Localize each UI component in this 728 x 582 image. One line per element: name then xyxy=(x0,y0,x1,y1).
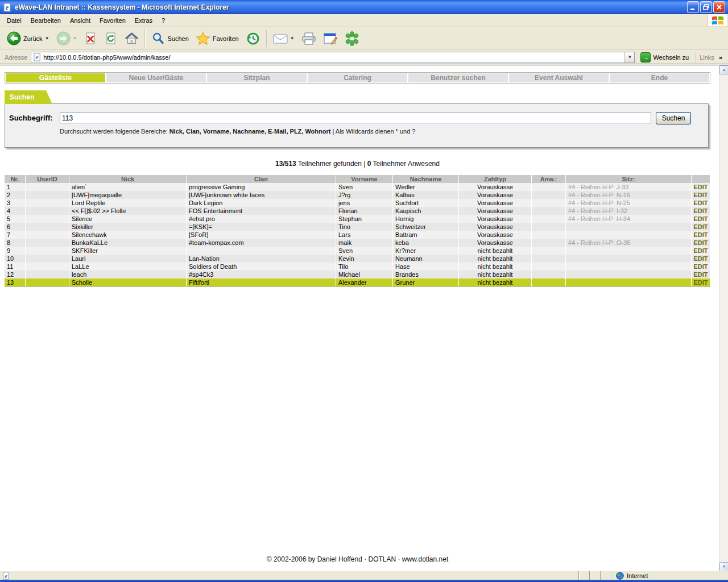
results-summary: 13/513 Teilnehmer gefunden | 0 Teilnehme… xyxy=(5,160,710,168)
cell-sitz xyxy=(566,231,692,239)
edit-link[interactable]: EDIT xyxy=(692,255,710,263)
edit-link[interactable]: EDIT xyxy=(692,183,710,191)
main-nav: GästelisteNeue User/GästeSitzplanCaterin… xyxy=(5,72,710,84)
nav-tab[interactable]: Catering xyxy=(308,73,407,82)
history-button[interactable] xyxy=(242,30,264,48)
scroll-down-icon[interactable]: ▼ xyxy=(719,562,728,571)
mail-dropdown-icon[interactable]: ▼ xyxy=(290,36,295,41)
cell-nachname: Neumann xyxy=(393,255,459,263)
edit-link[interactable]: EDIT xyxy=(692,239,710,247)
cell-zahltyp: nicht bezahlt xyxy=(459,255,532,263)
back-dropdown-icon[interactable]: ▼ xyxy=(45,36,49,41)
favorites-button[interactable]: Favoriten xyxy=(192,30,242,48)
menu-item-extras[interactable]: Extras xyxy=(130,15,157,26)
vertical-scrollbar[interactable]: ▲ ▼ xyxy=(719,65,728,571)
home-button[interactable] xyxy=(121,30,142,48)
stop-button[interactable] xyxy=(80,30,101,48)
cell-clan: FOS Entertainment xyxy=(187,207,336,215)
status-pane xyxy=(579,571,590,580)
nav-tab[interactable]: Neue User/Gäste xyxy=(106,73,206,82)
edit-link[interactable]: EDIT xyxy=(692,271,710,278)
close-button[interactable] xyxy=(713,1,725,13)
windows-logo-icon xyxy=(708,14,727,26)
cell-anw xyxy=(532,247,566,255)
edit-link[interactable]: EDIT xyxy=(692,207,710,215)
cell-nachname: Suchfort xyxy=(393,199,459,207)
minimize-button[interactable] xyxy=(687,1,699,13)
cell-clan: Soldiers of Death xyxy=(187,263,336,271)
table-row: 10LauriLan-NationKevinNeumannnicht bezah… xyxy=(5,255,710,263)
edit-link[interactable]: EDIT xyxy=(692,223,710,231)
status-bar: e Internet xyxy=(0,571,728,582)
status-pane xyxy=(590,571,601,580)
edit-link[interactable]: EDIT xyxy=(692,263,710,271)
edit-link[interactable]: EDIT xyxy=(692,199,710,207)
forward-dropdown-icon[interactable]: ▼ xyxy=(73,36,77,41)
cell-nick: << F[]$.02 >> Flolle xyxy=(69,207,187,215)
print-button[interactable] xyxy=(298,30,320,48)
edit-link[interactable]: EDIT xyxy=(692,215,710,223)
table-row: 2[UWF]megaqualle[UWF]unknown white faces… xyxy=(5,191,710,199)
cell-sitz: #4 - Reihen H-P: N-25 xyxy=(566,199,692,207)
nav-tab[interactable]: Benutzer suchen xyxy=(408,73,508,82)
menu-item-favoriten[interactable]: Favoriten xyxy=(95,15,130,26)
edit-link[interactable]: EDIT xyxy=(692,191,710,199)
cell-nick: leach xyxy=(69,271,187,278)
search-button[interactable]: Suchen xyxy=(148,30,192,48)
mail-icon xyxy=(273,33,288,44)
cell-anw xyxy=(532,255,566,263)
refresh-button[interactable] xyxy=(101,30,121,48)
cell-vorname: Kevin xyxy=(336,255,393,263)
cell-nick: alien` xyxy=(69,183,187,191)
table-body: 1alien`progressive GamingSvenWedlerVorau… xyxy=(5,183,710,286)
search-input[interactable] xyxy=(60,113,651,123)
edit-button[interactable] xyxy=(320,30,341,48)
menu-item-datei[interactable]: Datei xyxy=(2,15,26,26)
cell-userid xyxy=(26,263,69,271)
go-button[interactable]: → Wechseln zu xyxy=(637,51,692,64)
back-button[interactable]: Zurück ▼ xyxy=(3,30,53,48)
menu-item-bearbeiten[interactable]: Bearbeiten xyxy=(26,15,65,26)
cell-userid xyxy=(26,247,69,255)
nav-tab[interactable]: Sitzplan xyxy=(207,73,307,82)
restore-button[interactable] xyxy=(700,1,712,13)
search-field-label: Suchbegriff: xyxy=(9,114,53,122)
cell-nick: Silence xyxy=(69,215,187,223)
cell-nachname: Gruner xyxy=(393,278,459,286)
mail-button[interactable]: ▼ xyxy=(270,30,298,48)
edit-link[interactable]: EDIT xyxy=(692,278,710,286)
search-submit-button[interactable]: Suchen xyxy=(656,112,691,124)
cell-zahltyp: Vorauskasse xyxy=(459,207,532,215)
cell-vorname: Florian xyxy=(336,207,393,215)
nav-tab[interactable]: Ende xyxy=(610,73,709,82)
security-zone-pane: Internet xyxy=(611,571,728,580)
cell-vorname: Lars xyxy=(336,231,393,239)
search-panel: Suchbegriff: Suchen Durchsucht werden fo… xyxy=(5,103,709,148)
menu-item-[interactable]: ? xyxy=(157,15,169,26)
present-text: Teilnehmer Anwesend xyxy=(371,160,440,168)
icq-button[interactable] xyxy=(341,30,363,48)
svg-text:e: e xyxy=(36,53,39,60)
address-input[interactable] xyxy=(43,53,624,62)
menu-item-ansicht[interactable]: Ansicht xyxy=(65,15,95,26)
cell-sitz xyxy=(566,247,692,255)
column-header: Clan xyxy=(187,175,336,183)
links-toolbar: Links » xyxy=(696,52,726,63)
forward-button[interactable]: ▼ xyxy=(53,30,81,48)
scroll-up-icon[interactable]: ▲ xyxy=(719,65,728,74)
cell-vorname: maik xyxy=(336,239,393,247)
nav-tab[interactable]: Gästeliste xyxy=(6,73,105,82)
cell-nr: 5 xyxy=(5,215,26,223)
address-dropdown-icon[interactable]: ▼ xyxy=(624,52,634,63)
cell-anw xyxy=(532,199,566,207)
links-chevron-icon[interactable]: » xyxy=(719,54,722,61)
nav-tab[interactable]: Event Auswahl xyxy=(509,73,609,82)
cell-nr: 8 xyxy=(5,239,26,247)
search-section-tab: Suchen xyxy=(5,90,52,104)
edit-link[interactable]: EDIT xyxy=(692,247,710,255)
cell-clan: [UWF]unknown white faces xyxy=(187,191,336,199)
edit-link[interactable]: EDIT xyxy=(692,231,710,239)
cell-clan: [SFoR] xyxy=(187,231,336,239)
refresh-icon xyxy=(104,32,118,45)
column-header: UserID xyxy=(26,175,69,183)
